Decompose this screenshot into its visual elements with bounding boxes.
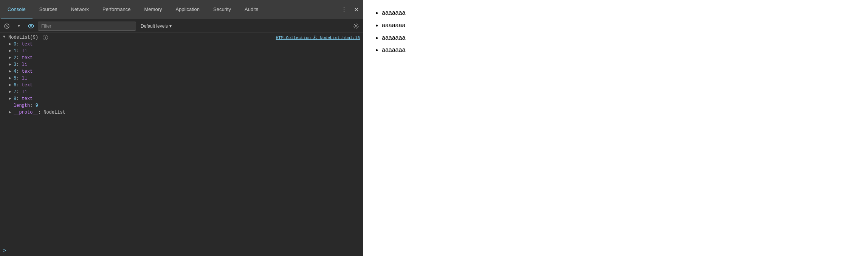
tab-console[interactable]: Console — [1, 0, 33, 19]
svg-point-2 — [28, 24, 34, 28]
page-content: aaaaaaa aaaaaaa aaaaaaa aaaaaaa — [363, 0, 868, 256]
node-length-line: length : 9 — [0, 103, 363, 109]
tab-performance[interactable]: Performance — [96, 0, 137, 19]
proto-value: NodeList — [43, 110, 65, 115]
bullet-list: aaaaaaa aaaaaaa aaaaaaa aaaaaaa — [370, 8, 860, 56]
more-tabs-button[interactable]: ⋮ — [338, 0, 350, 19]
list-item-0: aaaaaaa — [382, 8, 860, 19]
prompt-icon: > — [3, 247, 6, 253]
more-tabs-icon: ⋮ — [341, 6, 347, 13]
length-value: 9 — [36, 103, 38, 108]
source-link[interactable]: HTMLCollection 和 NodeList.html:18 — [276, 35, 363, 41]
console-output: NodeList(9) i HTMLCollection 和 NodeList.… — [0, 33, 363, 244]
filter-input-wrap — [38, 22, 136, 31]
tab-security-label: Security — [213, 6, 231, 12]
tab-bar: Console Sources Network Performance Memo… — [0, 0, 363, 19]
node-2-expand[interactable] — [9, 55, 14, 60]
tab-audits[interactable]: Audits — [238, 0, 265, 19]
tab-sources[interactable]: Sources — [33, 0, 64, 19]
tab-security[interactable]: Security — [206, 0, 238, 19]
close-icon: ✕ — [354, 6, 359, 13]
levels-dropdown-arrow-icon: ▾ — [169, 23, 172, 29]
list-item-0-text: aaaaaaa — [382, 9, 405, 16]
node-item-1: 1 : li — [0, 48, 363, 55]
list-item-2: aaaaaaa — [382, 33, 860, 44]
node-6-expand[interactable] — [9, 83, 14, 87]
node-5-expand[interactable] — [9, 76, 14, 80]
node-item-3: 3 : li — [0, 62, 363, 69]
tab-performance-label: Performance — [102, 6, 130, 12]
node-3-expand[interactable] — [9, 62, 14, 67]
filter-input[interactable] — [38, 22, 136, 31]
length-key: length — [14, 103, 30, 108]
node-0-expand[interactable] — [9, 42, 14, 46]
settings-button[interactable] — [351, 21, 361, 31]
node-proto-line: __proto__ : NodeList — [0, 109, 363, 116]
tab-network-label: Network — [71, 6, 89, 12]
clear-console-button[interactable] — [2, 21, 12, 31]
node-8-expand[interactable] — [9, 96, 14, 101]
close-devtools-button[interactable]: ✕ — [350, 0, 362, 19]
node-item-4: 4 : text — [0, 69, 363, 75]
svg-point-3 — [30, 25, 32, 27]
nodelist-expand-arrow[interactable] — [3, 35, 8, 39]
svg-line-1 — [6, 25, 8, 27]
devtools-panel: Console Sources Network Performance Memo… — [0, 0, 363, 256]
node-item-0: 0 : text — [0, 41, 363, 48]
console-input[interactable] — [8, 248, 360, 253]
filter-dropdown-button[interactable]: ▼ — [14, 21, 24, 31]
proto-key: __proto__ — [14, 110, 38, 115]
node-1-expand[interactable] — [9, 48, 14, 53]
tab-network[interactable]: Network — [64, 0, 96, 19]
nodelist-name: NodeList(9) — [8, 35, 38, 40]
tab-memory[interactable]: Memory — [138, 0, 169, 19]
nodelist-header-line: NodeList(9) i HTMLCollection 和 NodeList.… — [0, 34, 363, 41]
tab-sources-label: Sources — [39, 6, 57, 12]
eye-button[interactable] — [26, 21, 36, 31]
default-levels-label: Default levels — [141, 23, 168, 29]
clear-icon — [4, 23, 10, 29]
list-item-2-text: aaaaaaa — [382, 34, 405, 41]
tab-application[interactable]: Application — [169, 0, 206, 19]
gear-icon — [353, 23, 359, 29]
node-item-8: 8 : text — [0, 96, 363, 103]
list-item-3-text: aaaaaaa — [382, 47, 405, 53]
list-item-1-text: aaaaaaa — [382, 22, 405, 28]
console-input-area: > — [0, 244, 363, 256]
tab-application-label: Application — [175, 6, 200, 12]
node-7-expand[interactable] — [9, 89, 14, 94]
list-item-1: aaaaaaa — [382, 20, 860, 31]
node-item-6: 6 : text — [0, 82, 363, 89]
list-item-3: aaaaaaa — [382, 45, 860, 56]
tab-console-label: Console — [8, 6, 26, 12]
proto-expand[interactable] — [9, 110, 14, 114]
default-levels-button[interactable]: Default levels ▾ — [138, 21, 175, 31]
tab-memory-label: Memory — [144, 6, 162, 12]
node-item-7: 7 : li — [0, 89, 363, 96]
nodelist-label: NodeList(9) i — [8, 35, 48, 40]
svg-point-4 — [355, 25, 357, 27]
node-item-2: 2 : text — [0, 55, 363, 62]
node-4-expand[interactable] — [9, 69, 14, 73]
info-icon[interactable]: i — [43, 35, 48, 40]
eye-icon — [28, 24, 34, 28]
tab-audits-label: Audits — [245, 6, 258, 12]
node-item-5: 5 : li — [0, 75, 363, 82]
dropdown-arrow-icon: ▼ — [17, 24, 21, 28]
console-toolbar: ▼ Default levels ▾ — [0, 19, 363, 33]
